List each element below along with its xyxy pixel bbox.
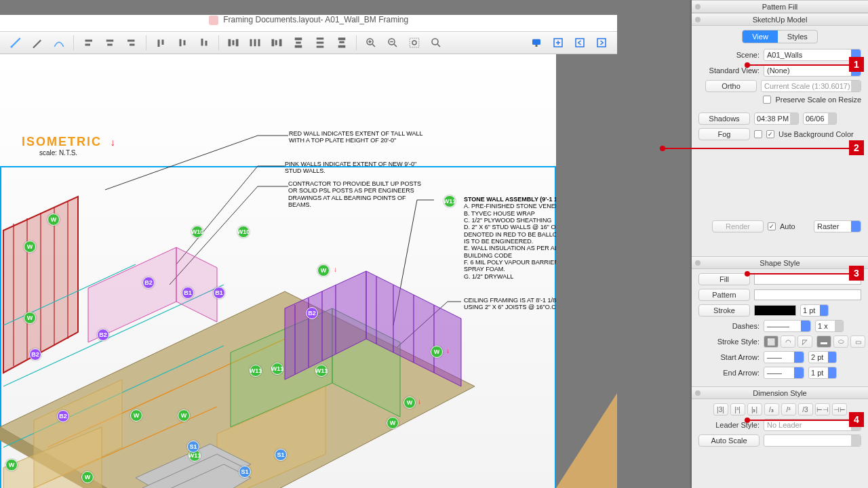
cap-flat-icon[interactable]: ▬ [816,336,831,348]
tab-styles[interactable]: Styles [778,30,817,43]
pencil-icon[interactable] [28,34,46,52]
dim-slash-2-icon[interactable]: /³ [781,403,796,415]
render-mode-select[interactable]: Raster [814,220,861,232]
distribute-v1-icon[interactable] [290,34,307,52]
zoom-in-icon[interactable] [362,34,380,52]
use-bg-checkbox[interactable]: ✓ [766,130,774,138]
svg-point-22 [412,41,416,45]
stroke-width[interactable]: 1 pt [800,304,829,317]
pattern-toggle[interactable]: Pattern [698,289,750,301]
fill-swatch[interactable] [754,274,861,285]
start-arrow-select[interactable]: —— [764,351,804,363]
tab-view[interactable]: View [743,30,778,43]
svg-rect-9 [279,39,282,47]
tag-w: W [47,214,60,226]
dim-slash-1-icon[interactable]: /₃ [764,403,779,415]
stroke-swatch[interactable] [754,305,796,316]
tag-w11: W11 [315,365,328,377]
dim-scale-select[interactable] [764,434,861,447]
fog-color-chip[interactable] [754,130,762,138]
corner-style-group: ⬜ ◠ ◸ [764,336,812,348]
distribute-v2-icon[interactable] [311,34,329,52]
shape-style-header[interactable]: Shape Style [692,256,868,269]
present-icon[interactable] [528,34,545,52]
zoom-out-icon[interactable] [384,34,401,52]
dashes-select[interactable]: ——— [764,320,811,332]
end-arrow-size[interactable]: 1 pt [808,367,837,379]
pen-curve-icon[interactable] [50,34,68,52]
tag-w: W [5,459,18,471]
end-arrow-label: End Arrow: [698,369,760,377]
corner-bevel-icon[interactable]: ◸ [797,336,812,348]
stroke-toggle[interactable]: Stroke [698,304,750,317]
current-scale[interactable]: Current Scale (1:30.6017) [761,80,861,92]
svg-rect-11 [295,45,302,48]
page-add-icon[interactable] [549,34,567,52]
fog-toggle[interactable]: Fog [698,128,750,140]
auto-scale-toggle[interactable]: Auto Scale [698,434,760,447]
auto-render-checkbox[interactable]: ✓ [768,222,776,230]
align-left-icon[interactable] [79,34,97,52]
page-next-icon[interactable] [593,34,610,52]
start-arrow-label: Start Arrow: [698,353,760,361]
align-top-icon[interactable] [152,34,170,52]
doc-icon [209,16,218,25]
callout-line-2 [663,148,849,149]
preserve-scale-checkbox[interactable] [763,96,771,104]
toolbar-separator [218,35,219,50]
zoom-extents-icon[interactable] [406,34,423,52]
zoom-actual-icon[interactable] [427,34,445,52]
svg-rect-2 [236,39,239,47]
dimension-style-header[interactable]: Dimension Style [692,386,868,399]
dim-align-1-icon[interactable]: |3| [713,403,728,415]
render-button[interactable]: Render [712,220,764,232]
distribute-h2-icon[interactable] [246,34,264,52]
ortho-toggle[interactable]: Ortho [705,80,757,92]
tag-b1: B1 [213,287,225,299]
svg-rect-21 [410,38,419,47]
distribute-h1-icon[interactable] [224,34,242,52]
svg-rect-3 [233,40,235,45]
shadows-toggle[interactable]: Shadows [698,113,750,125]
page-prev-icon[interactable] [571,34,589,52]
scene-label: Scene: [698,51,760,59]
svg-rect-28 [597,39,606,47]
distribute-v3-icon[interactable] [333,34,351,52]
cap-square-icon[interactable]: ▭ [850,336,865,348]
pattern-swatch[interactable] [754,289,861,300]
align-bottom-icon[interactable] [195,34,213,52]
align-center-h-icon[interactable] [101,34,119,52]
dim-out-icon[interactable]: ⊢⊣ [815,403,830,415]
fill-toggle[interactable]: Fill [698,273,750,285]
model-tabs[interactable]: View Styles [742,30,818,43]
align-right-icon[interactable] [123,34,140,52]
stdview-select[interactable]: (None) [764,64,861,77]
end-arrow-select[interactable]: —— [764,367,804,379]
pen-color-icon[interactable] [7,34,24,52]
dim-align-2-icon[interactable]: |³| [730,403,745,415]
shadow-date[interactable]: 06/06 [803,113,837,125]
tag-w: W [24,241,36,253]
drawing-canvas[interactable]: ISOMETRIC ↓ scale: N.T.S. RED WALL INDIC… [0,54,617,488]
start-arrow-size[interactable]: 2 pt [808,351,837,363]
note-redwall: RED WALL INDICATES EXTENT OF TALL WALL W… [289,130,431,144]
corner-miter-icon[interactable]: ⬜ [764,336,778,348]
tag-w: W [387,417,399,429]
pattern-fill-header[interactable]: Pattern Fill [692,0,868,13]
shadow-time[interactable]: 04:38 PM [754,113,799,125]
cap-round-icon[interactable]: ⬭ [833,336,848,348]
sketchup-model-panel: View Styles Scene: A01_Walls Standard Vi… [692,26,868,256]
dashes-mult[interactable]: 1 x [815,320,844,332]
scene-select[interactable]: A01_Walls [764,49,861,61]
distribute-h3-icon[interactable] [268,34,285,52]
corner-round-icon[interactable]: ◠ [781,336,795,348]
align-middle-v-icon[interactable] [174,34,191,52]
svg-point-0 [11,46,13,48]
dim-in-icon[interactable]: ⊣⊢ [832,403,847,415]
toolbar-separator [73,35,74,50]
dim-slash-3-icon[interactable]: /3 [798,403,813,415]
dim-align-3-icon[interactable]: |₃| [747,403,762,415]
window-chrome-gap [0,0,617,15]
sketchup-model-header[interactable]: SketchUp Model [692,13,868,26]
dashes-label: Dashes: [698,322,760,330]
